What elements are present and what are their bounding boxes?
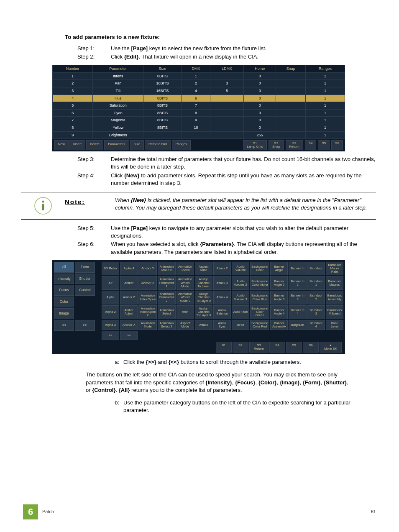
parameter-button[interactable]: Bargraph xyxy=(289,320,306,330)
softkey-button[interactable]: S6 xyxy=(303,342,319,353)
parameter-button[interactable]: Amber 2 xyxy=(120,291,138,304)
parameter-button[interactable]: 9D Relay xyxy=(102,262,119,276)
parameter-button[interactable]: Banner Angle xyxy=(270,262,288,276)
toolbar-button[interactable]: New xyxy=(54,140,69,150)
parameter-button[interactable]: Assign Channel To Layer 3 xyxy=(195,305,212,319)
toolbar-button[interactable]: Remote Dim xyxy=(145,140,171,150)
softkey-button[interactable]: S5 xyxy=(286,342,302,353)
table-row[interactable]: 4Hue8BITS601 xyxy=(53,95,345,102)
table-row[interactable]: 6Cyan8BITS801 xyxy=(53,109,345,117)
category-button[interactable]: >> xyxy=(75,320,95,331)
parameter-button[interactable]: Barndoors Assembly xyxy=(326,291,343,304)
category-button[interactable]: Focus xyxy=(54,285,74,296)
parameter-button[interactable]: Base Level xyxy=(326,320,343,330)
category-button[interactable]: << xyxy=(54,320,74,331)
softkey-button[interactable]: ● More SK xyxy=(320,342,342,353)
parameter-button[interactable]: Attack 3 xyxy=(213,276,231,290)
parameter-button[interactable]: Barndoor 4 xyxy=(307,320,325,330)
parameter-button[interactable]: Animation Mode xyxy=(138,320,157,330)
category-button[interactable]: Control xyxy=(75,285,95,296)
category-button[interactable]: Shutter xyxy=(75,274,95,284)
parameter-button[interactable]: Animation Select xyxy=(158,305,175,319)
table-row[interactable]: 3Tilt16BITS4501 xyxy=(53,87,345,95)
softkey-button[interactable]: S5 xyxy=(318,140,330,150)
parameter-button[interactable]: Background Color Alpha xyxy=(250,276,269,290)
parameter-button[interactable]: << xyxy=(102,331,119,340)
parameter-button[interactable]: Banner In 2 xyxy=(289,276,306,290)
parameter-button[interactable]: Animation Mode 2 xyxy=(158,262,175,276)
softkey-button[interactable]: S3 Return xyxy=(286,140,303,150)
parameter-button[interactable]: Attack xyxy=(195,320,212,330)
table-row[interactable]: 2Pan16BITS2301 xyxy=(53,80,345,87)
toolbar-button[interactable]: Ranges xyxy=(172,140,191,150)
parameter-button[interactable]: Banner Assembly xyxy=(270,320,288,330)
parameter-button[interactable]: Arch xyxy=(176,305,194,319)
parameter-button[interactable]: Animation Select 2 xyxy=(158,320,175,330)
parameter-button[interactable]: Alpha xyxy=(102,291,119,304)
softkey-button[interactable]: S6 xyxy=(331,140,343,150)
parameter-button[interactable]: Air xyxy=(102,276,119,290)
parameter-button[interactable]: Animation Wheel Mode xyxy=(176,276,194,290)
softkey-button[interactable]: S4 xyxy=(305,140,317,150)
parameter-button[interactable]: Barndoor 2 xyxy=(307,291,325,304)
softkey-button[interactable]: S1 Lamp Ctrls xyxy=(243,140,267,150)
parameter-button[interactable]: Banner In xyxy=(289,262,306,276)
parameter-button[interactable]: Barndoors MSpeed xyxy=(326,305,343,319)
toolbar-button[interactable]: Size xyxy=(130,140,144,150)
parameter-button[interactable]: Background Color Blue xyxy=(250,291,269,304)
parameter-button[interactable]: Barndoor Macro Rate xyxy=(326,262,343,276)
parameter-button[interactable]: Aspect Ratio xyxy=(195,262,212,276)
softkey-button[interactable]: S4 xyxy=(269,342,285,353)
category-button[interactable]: Image xyxy=(54,308,74,319)
parameter-button[interactable]: Amber Adjust xyxy=(120,305,138,319)
parameter-button[interactable]: Attack 2 xyxy=(213,262,231,276)
category-button[interactable]: Intensity xyxy=(54,274,74,284)
table-row[interactable]: 7Magenta8BITS901 xyxy=(53,117,345,124)
parameter-button[interactable]: Audio Sync xyxy=(213,320,231,330)
parameter-button[interactable]: Audio Volume 2 xyxy=(232,276,249,290)
parameter-button[interactable]: Barndoor 3 xyxy=(307,305,325,319)
toolbar-button[interactable]: Parameters xyxy=(104,140,129,150)
parameter-button[interactable]: Alpha 3 xyxy=(102,320,119,330)
category-button[interactable]: All xyxy=(54,262,74,273)
parameter-button[interactable]: Alpha 2 xyxy=(102,305,119,319)
parameter-button[interactable]: Banner In 4 xyxy=(289,305,306,319)
parameter-button[interactable]: Animation Index/Spee 2 xyxy=(138,305,157,319)
parameter-button[interactable]: Banner Angle 4 xyxy=(270,305,288,319)
parameter-button[interactable]: Barndoor Macros xyxy=(326,276,343,290)
table-row[interactable]: 9Brightness2551 xyxy=(53,131,345,139)
parameter-button[interactable]: Anchor Z xyxy=(138,276,157,290)
softkey-button[interactable]: S2 xyxy=(233,342,248,353)
softkey-button[interactable]: S1 xyxy=(216,342,232,353)
parameter-button[interactable]: Banner Angle 2 xyxy=(270,276,288,290)
parameter-button[interactable]: Barndoor xyxy=(307,262,325,276)
parameter-button[interactable]: >> xyxy=(120,331,138,340)
parameter-button[interactable]: Assign Channel To Layer 2 xyxy=(195,291,212,304)
parameter-button[interactable]: Auto Fade xyxy=(232,305,249,319)
table-row[interactable]: 5Saturation8BITS701 xyxy=(53,102,345,110)
parameter-button[interactable]: Audio Volume xyxy=(232,262,249,276)
table-row[interactable]: 8Yellow8BITS1001 xyxy=(53,124,345,132)
parameter-button[interactable]: Animation Speed xyxy=(176,262,194,276)
category-button[interactable]: Color xyxy=(54,297,74,307)
softkey-button[interactable]: S2 Snap xyxy=(269,140,284,150)
parameter-button[interactable]: Anchor X xyxy=(120,320,138,330)
parameter-button[interactable]: Background Color xyxy=(250,262,269,276)
parameter-button[interactable]: Animation Wheel Mode 2 xyxy=(176,291,194,304)
parameter-button[interactable]: Alpha 4 xyxy=(120,262,138,276)
parameter-button[interactable]: Audio Balance xyxy=(213,305,231,319)
toolbar-button[interactable]: Delete xyxy=(86,140,103,150)
toolbar-button[interactable]: Insert xyxy=(69,140,85,150)
parameter-button[interactable]: Amber xyxy=(120,276,138,290)
softkey-button[interactable]: S3 Return xyxy=(249,342,269,353)
parameter-button[interactable]: Animation Index/Spee xyxy=(138,291,157,304)
table-row[interactable]: 1Intens8BITS101 xyxy=(53,72,345,80)
category-button[interactable]: Form xyxy=(75,262,95,273)
parameter-button[interactable]: Animation Parameter 2 xyxy=(158,291,175,304)
parameter-button[interactable]: Banner Angle 3 xyxy=(270,291,288,304)
parameter-button[interactable]: Assign Channel To Layer xyxy=(195,276,212,290)
parameter-button[interactable]: Aspect Mode xyxy=(176,320,194,330)
parameter-button[interactable]: Anchor Y xyxy=(138,262,157,276)
parameter-button[interactable]: BPM xyxy=(232,320,249,330)
parameter-button[interactable]: Barndoor 1 xyxy=(307,276,325,290)
